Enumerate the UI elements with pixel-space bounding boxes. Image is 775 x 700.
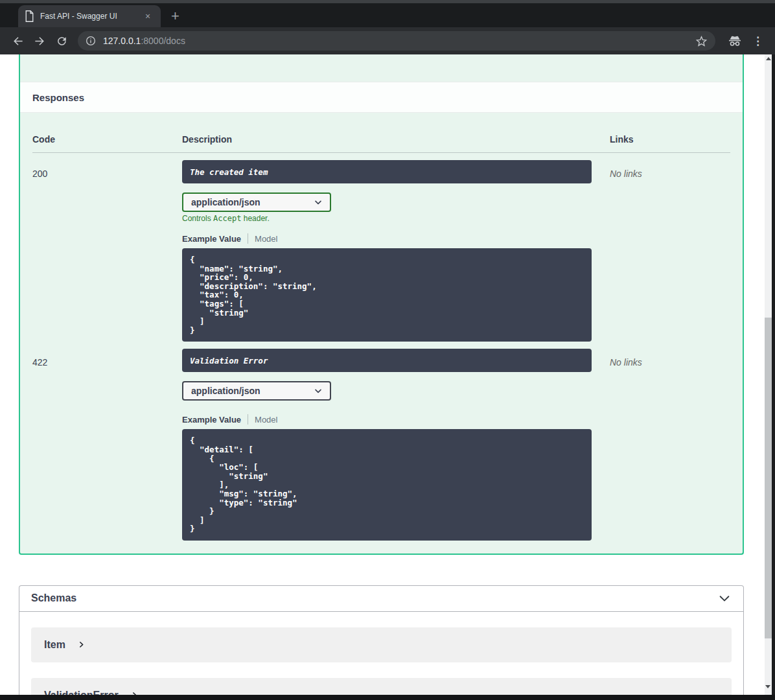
back-icon [12, 35, 24, 47]
forward-button[interactable] [29, 30, 51, 52]
responses-title: Responses [32, 92, 84, 103]
media-type-select[interactable]: application/json [182, 192, 331, 212]
schemas-section: Schemas Item ValidationError [19, 585, 744, 700]
incognito-icon [727, 33, 743, 49]
example-model-tabs: Example Value Model [182, 414, 610, 425]
page-icon [25, 10, 34, 22]
url-bar[interactable]: 127.0.0.1:8000/docs [78, 31, 715, 51]
response-links: No links [610, 349, 730, 541]
tab-bar: Fast API - Swagger UI × + ✕ [0, 3, 775, 27]
site-info-icon[interactable] [86, 36, 96, 46]
hint-suffix: header. [241, 214, 269, 223]
response-code: 422 [32, 349, 182, 541]
chevron-down-icon [313, 197, 323, 207]
tab-separator [248, 233, 248, 244]
media-type-value: application/json [191, 386, 260, 396]
response-row-422: 422 Validation Error application/json Ex… [32, 342, 730, 541]
response-row-200: 200 The created item application/json Co… [32, 153, 730, 342]
response-description-cell: Validation Error application/json Exampl… [182, 349, 610, 541]
bookmark-star-icon[interactable] [695, 35, 708, 47]
scrollbar-thumb[interactable] [765, 318, 772, 638]
controls-accept-hint: Controls Accept header. [182, 214, 610, 223]
forward-icon [34, 35, 46, 47]
responses-table-headers: Code Description Links [32, 126, 730, 153]
responses-table: Code Description Links 200 The created i… [20, 113, 743, 554]
responses-header: Responses [20, 82, 743, 113]
tab-example-value[interactable]: Example Value [182, 234, 241, 244]
tab-title: Fast API - Swagger UI [40, 12, 141, 21]
tab-example-value[interactable]: Example Value [182, 415, 241, 425]
schema-item-row[interactable]: Item [31, 627, 732, 662]
schemas-header[interactable]: Schemas [19, 586, 743, 612]
chevron-down-icon[interactable] [717, 591, 732, 605]
tab-model[interactable]: Model [255, 415, 277, 425]
reload-icon [56, 35, 68, 47]
back-button[interactable] [6, 30, 29, 52]
example-json: { "name": "string", "price": 0, "descrip… [190, 255, 584, 334]
scroll-up-arrow-icon[interactable] [766, 57, 771, 60]
window-right-edge [772, 54, 775, 700]
browser-chrome: Fast API - Swagger UI × + ✕ 127.0.0.1:80… [0, 0, 775, 54]
browser-menu-icon[interactable]: ⋮ [752, 36, 763, 47]
hint-accept: Accept [213, 214, 241, 223]
url-path: :8000/docs [141, 36, 185, 46]
opblock-spacer [20, 54, 743, 82]
tab-model[interactable]: Model [255, 234, 277, 244]
example-code-block: { "name": "string", "price": 0, "descrip… [182, 248, 592, 342]
tab-separator [248, 414, 248, 425]
response-code: 200 [32, 160, 182, 342]
col-header-description: Description [182, 126, 610, 153]
response-description-box: Validation Error [182, 349, 592, 372]
schema-name: Item [44, 639, 65, 651]
chevron-down-icon [313, 386, 323, 396]
schemas-body: Item ValidationError [19, 612, 743, 700]
url-host: 127.0.0.1 [103, 36, 141, 46]
new-tab-button[interactable]: + [171, 10, 179, 23]
chevron-right-icon [77, 640, 86, 649]
example-code-block: { "detail": [ { "loc": [ "string" ], "ms… [182, 429, 592, 541]
example-model-tabs: Example Value Model [182, 233, 610, 244]
col-header-code: Code [32, 126, 182, 153]
reload-button[interactable] [51, 30, 73, 52]
response-links: No links [610, 160, 730, 342]
post-opblock: Responses Code Description Links 200 The… [19, 54, 744, 555]
response-description-box: The created item [182, 160, 592, 183]
response-description-cell: The created item application/json Contro… [182, 160, 610, 342]
browser-toolbar: 127.0.0.1:8000/docs ⋮ [0, 27, 775, 54]
page-scrollbar[interactable] [765, 54, 772, 695]
media-type-select[interactable]: application/json [182, 381, 331, 401]
scroll-down-arrow-icon[interactable] [765, 685, 770, 688]
hint-prefix: Controls [182, 214, 213, 223]
col-header-links: Links [610, 126, 730, 153]
media-type-value: application/json [191, 197, 260, 207]
swagger-page: Responses Code Description Links 200 The… [0, 54, 765, 700]
browser-tab[interactable]: Fast API - Swagger UI × [18, 5, 161, 27]
schemas-title: Schemas [31, 592, 76, 604]
tab-close-icon[interactable]: × [141, 10, 154, 23]
window-bottom-edge [0, 695, 775, 700]
example-json: { "detail": [ { "loc": [ "string" ], "ms… [190, 436, 584, 533]
